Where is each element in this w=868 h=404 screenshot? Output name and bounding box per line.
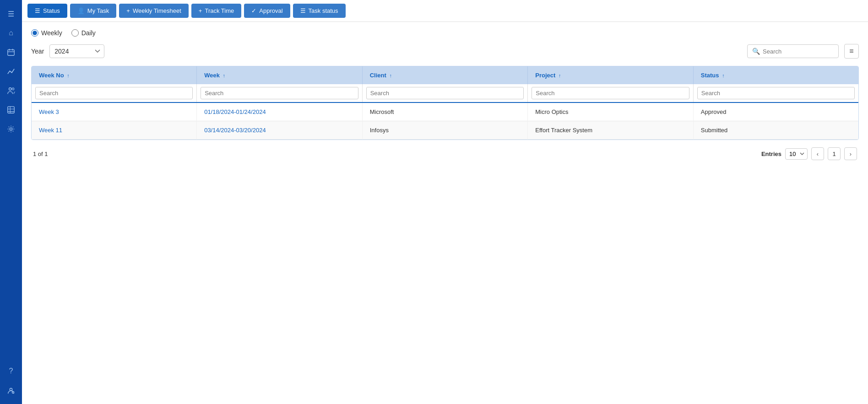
week-sort-icon: ↑ bbox=[223, 73, 226, 78]
search-project[interactable] bbox=[532, 87, 689, 99]
tab-my-task[interactable]: 👤 My Task bbox=[70, 4, 116, 18]
year-select[interactable]: 2022 2023 2024 2025 bbox=[49, 44, 104, 58]
current-page-number: 1 bbox=[828, 147, 841, 160]
cell-week: 01/18/2024-01/24/2024 bbox=[197, 102, 363, 121]
table-row: Week 11 03/14/2024-03/20/2024 Infosys Ef… bbox=[32, 121, 858, 140]
col-status[interactable]: Status ↑ bbox=[693, 66, 858, 84]
svg-rect-0 bbox=[8, 50, 14, 56]
weekly-radio[interactable] bbox=[31, 29, 38, 37]
cell-week-no: Week 3 bbox=[32, 102, 197, 121]
svg-point-5 bbox=[10, 388, 12, 391]
prev-page-button[interactable]: ‹ bbox=[811, 147, 824, 160]
help-icon[interactable]: ? bbox=[3, 363, 19, 379]
home-icon[interactable]: ⌂ bbox=[3, 25, 19, 41]
svg-point-4 bbox=[10, 128, 12, 130]
weekly-radio-label[interactable]: Weekly bbox=[31, 29, 62, 37]
data-table-wrapper: Week No ↑ Week ↑ Client ↑ Project bbox=[31, 66, 859, 140]
year-row: Year 2022 2023 2024 2025 🔍 ≡ bbox=[31, 44, 859, 59]
status-tab-label: Status bbox=[43, 7, 60, 14]
search-status[interactable] bbox=[697, 87, 855, 99]
week-no-sort-icon: ↑ bbox=[67, 73, 70, 78]
topnav: ☰ Status 👤 My Task + Weekly Timesheet + … bbox=[22, 0, 868, 22]
svg-point-2 bbox=[12, 88, 14, 90]
cell-project: Micro Optics bbox=[528, 102, 694, 121]
tab-weekly-timesheet[interactable]: + Weekly Timesheet bbox=[119, 4, 189, 18]
col-week[interactable]: Week ↑ bbox=[197, 66, 363, 84]
col-client[interactable]: Client ↑ bbox=[362, 66, 528, 84]
entries-select[interactable]: 5 10 25 50 bbox=[785, 148, 808, 160]
task-status-tab-icon: ☰ bbox=[300, 7, 306, 14]
hamburger-icon[interactable]: ☰ bbox=[3, 5, 19, 22]
tab-task-status[interactable]: ☰ Task status bbox=[293, 4, 346, 18]
cell-client: Infosys bbox=[362, 121, 528, 140]
year-label: Year bbox=[31, 48, 44, 55]
daily-radio[interactable] bbox=[71, 29, 79, 37]
filter-button[interactable]: ≡ bbox=[844, 44, 859, 59]
search-cell-client bbox=[362, 84, 528, 102]
weekly-timesheet-tab-icon: + bbox=[126, 7, 130, 14]
calendar-icon[interactable] bbox=[3, 44, 19, 60]
pagination-row: 1 of 1 Entries 5 10 25 50 ‹ 1 › bbox=[31, 147, 859, 160]
weekly-label: Weekly bbox=[41, 29, 62, 37]
week-link[interactable]: 01/18/2024-01/24/2024 bbox=[204, 108, 266, 115]
view-radio-group: Weekly Daily bbox=[31, 29, 859, 37]
data-table: Week No ↑ Week ↑ Client ↑ Project bbox=[32, 66, 858, 140]
week-no-link[interactable]: Week 11 bbox=[39, 127, 62, 134]
settings-icon[interactable] bbox=[3, 121, 19, 137]
cell-client: Microsoft bbox=[362, 102, 528, 121]
search-cell-status bbox=[693, 84, 858, 102]
task-status-tab-label: Task status bbox=[309, 7, 338, 14]
table-header-row: Week No ↑ Week ↑ Client ↑ Project bbox=[32, 66, 858, 84]
table-icon[interactable] bbox=[3, 102, 19, 118]
entries-label: Entries bbox=[761, 151, 781, 157]
admin-icon[interactable] bbox=[3, 382, 19, 399]
cell-status: Submitted bbox=[693, 121, 858, 140]
search-cell-week-no bbox=[32, 84, 197, 102]
search-week-no[interactable] bbox=[35, 87, 193, 99]
my-task-tab-icon: 👤 bbox=[77, 7, 85, 14]
search-week[interactable] bbox=[201, 87, 358, 99]
global-search-container: 🔍 bbox=[747, 44, 839, 58]
weekly-timesheet-tab-label: Weekly Timesheet bbox=[133, 7, 181, 14]
track-time-tab-label: Track Time bbox=[205, 7, 234, 14]
col-project[interactable]: Project ↑ bbox=[528, 66, 694, 84]
next-page-button[interactable]: › bbox=[844, 147, 857, 160]
search-cell-project bbox=[528, 84, 694, 102]
global-search-input[interactable] bbox=[763, 48, 827, 55]
search-icon: 🔍 bbox=[752, 48, 760, 55]
status-sort-icon: ↑ bbox=[722, 73, 725, 78]
client-sort-icon: ↑ bbox=[389, 73, 392, 78]
track-time-tab-icon: + bbox=[199, 7, 202, 14]
daily-label: Daily bbox=[81, 29, 96, 37]
table-row: Week 3 01/18/2024-01/24/2024 Microsoft M… bbox=[32, 102, 858, 121]
week-no-link[interactable]: Week 3 bbox=[39, 108, 59, 115]
chart-icon[interactable] bbox=[3, 63, 19, 80]
project-sort-icon: ↑ bbox=[559, 73, 561, 78]
status-tab-icon: ☰ bbox=[35, 7, 40, 14]
cell-week-no: Week 11 bbox=[32, 121, 197, 140]
table-search-row bbox=[32, 84, 858, 102]
week-link[interactable]: 03/14/2024-03/20/2024 bbox=[204, 127, 266, 134]
col-week-no[interactable]: Week No ↑ bbox=[32, 66, 197, 84]
tab-track-time[interactable]: + Track Time bbox=[191, 4, 241, 18]
approval-tab-icon: ✓ bbox=[251, 7, 256, 14]
approval-tab-label: Approval bbox=[259, 7, 282, 14]
table-body: Week 3 01/18/2024-01/24/2024 Microsoft M… bbox=[32, 102, 858, 140]
tab-approval[interactable]: ✓ Approval bbox=[244, 4, 290, 18]
sidebar: ☰ ⌂ ? bbox=[0, 0, 22, 404]
cell-week: 03/14/2024-03/20/2024 bbox=[197, 121, 363, 140]
users-icon[interactable] bbox=[3, 82, 19, 99]
search-cell-week bbox=[197, 84, 363, 102]
daily-radio-label[interactable]: Daily bbox=[71, 29, 96, 37]
cell-project: Effort Tracker System bbox=[528, 121, 694, 140]
my-task-tab-label: My Task bbox=[87, 7, 109, 14]
content-area: Weekly Daily Year 2022 2023 2024 2025 🔍 … bbox=[22, 22, 868, 404]
main-content: ☰ Status 👤 My Task + Weekly Timesheet + … bbox=[22, 0, 868, 404]
svg-rect-3 bbox=[8, 107, 14, 113]
svg-point-1 bbox=[9, 88, 11, 90]
search-client[interactable] bbox=[366, 87, 524, 99]
tab-status[interactable]: ☰ Status bbox=[27, 4, 67, 18]
cell-status: Approved bbox=[693, 102, 858, 121]
page-info: 1 of 1 bbox=[33, 151, 48, 157]
pagination-controls: Entries 5 10 25 50 ‹ 1 › bbox=[761, 147, 857, 160]
